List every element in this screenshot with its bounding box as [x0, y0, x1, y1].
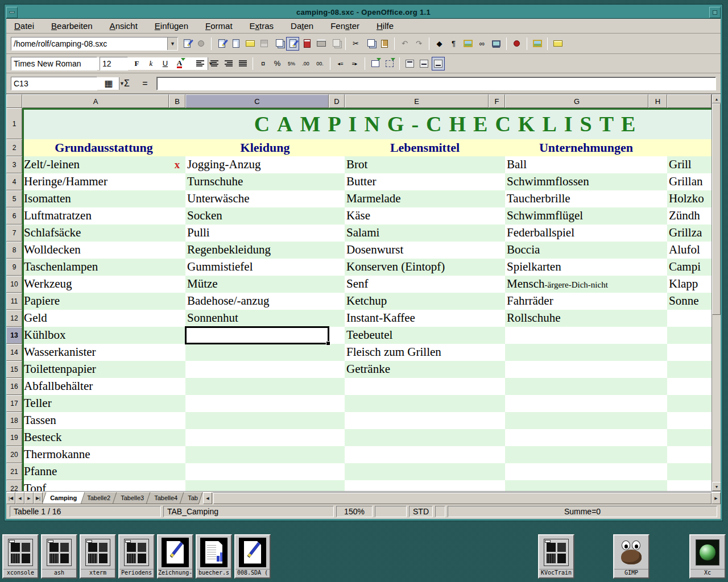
- cell-A10[interactable]: Werkzeug: [22, 276, 169, 293]
- cell-B9[interactable]: [169, 259, 185, 276]
- row-header-22[interactable]: 22: [6, 480, 22, 491]
- export-pdf-icon[interactable]: [300, 37, 313, 51]
- cell-I10[interactable]: Klapp: [667, 276, 712, 293]
- cell-H3[interactable]: [648, 156, 667, 173]
- align-justify-button[interactable]: [236, 57, 249, 70]
- cell-A8[interactable]: Wolldecken: [22, 242, 169, 259]
- cell-A21[interactable]: Pfanne: [22, 463, 169, 480]
- column-header-D[interactable]: D: [329, 94, 345, 108]
- percent-format-button[interactable]: %: [271, 57, 284, 70]
- cell-A9[interactable]: Taschenlampen: [22, 259, 169, 276]
- status-selection-mode[interactable]: STD: [409, 506, 433, 517]
- cell-G7[interactable]: Federballspiel: [505, 225, 648, 242]
- maximize-button[interactable]: [709, 7, 721, 18]
- currency-format-button[interactable]: ¤: [257, 57, 270, 70]
- cell-F18[interactable]: [489, 412, 505, 429]
- row-header-21[interactable]: 21: [6, 463, 22, 480]
- cell-I14[interactable]: [667, 344, 712, 361]
- cell-F6[interactable]: [489, 207, 505, 225]
- open-folder-icon[interactable]: [551, 37, 564, 51]
- cell-C5[interactable]: Unterwäsche: [185, 190, 329, 207]
- cell-E11[interactable]: Ketchup: [345, 293, 489, 310]
- cell-H18[interactable]: [648, 412, 667, 429]
- cell-D11[interactable]: [329, 293, 345, 310]
- cell-H7[interactable]: [648, 225, 667, 242]
- cell-I7[interactable]: Grillza: [667, 225, 712, 242]
- equals-icon[interactable]: =: [138, 78, 152, 89]
- cell-H9[interactable]: [648, 259, 667, 276]
- cell-I5[interactable]: Holzko: [667, 190, 712, 207]
- cell-E3[interactable]: Brot: [345, 156, 489, 173]
- cell-E20[interactable]: [345, 446, 489, 463]
- taskbar-item-xc[interactable]: Xc: [689, 534, 726, 579]
- cell-H17[interactable]: [648, 395, 667, 412]
- taskbar-item-008-sda-[interactable]: 008.SDA (: [234, 534, 271, 579]
- url-dropdown-icon[interactable]: ▼: [167, 38, 177, 50]
- cell-B17[interactable]: [169, 395, 185, 412]
- cell-B15[interactable]: [169, 361, 185, 378]
- cell-H8[interactable]: [648, 242, 667, 259]
- cell-A5[interactable]: Isomatten: [22, 190, 169, 207]
- cell-A19[interactable]: Besteck: [22, 429, 169, 446]
- cell-I11[interactable]: Sonne: [667, 293, 712, 310]
- cell-G22[interactable]: [505, 480, 648, 491]
- cell-E9[interactable]: Konserven (Eintopf): [345, 259, 489, 276]
- url-combo[interactable]: ▼: [11, 37, 178, 51]
- cell-F11[interactable]: [489, 293, 505, 310]
- add-decimal-button[interactable]: .00: [299, 57, 312, 70]
- cell-C12[interactable]: Sonnenhut: [185, 310, 329, 327]
- cell-A20[interactable]: Thermokanne: [22, 446, 169, 463]
- copy-icon[interactable]: [363, 37, 377, 51]
- cell-G6[interactable]: Schwimmflügel: [505, 207, 648, 225]
- column-header-partial[interactable]: [667, 94, 712, 108]
- cell-D20[interactable]: [329, 446, 345, 463]
- cell-C10[interactable]: Mütze: [185, 276, 329, 293]
- hscroll-left-icon[interactable]: ◀: [203, 492, 212, 504]
- cell-C21[interactable]: [185, 463, 329, 480]
- cell-E12[interactable]: Instant-Kaffee: [345, 310, 489, 327]
- cell-A11[interactable]: Papiere: [22, 293, 169, 310]
- cell-D16[interactable]: [329, 378, 345, 395]
- cell-E22[interactable]: [345, 480, 489, 491]
- menu-item-bearbeiten[interactable]: Bearbeiten: [51, 21, 93, 31]
- cell-C18[interactable]: [185, 412, 329, 429]
- remove-decimal-button[interactable]: 00.: [313, 57, 326, 70]
- cell-G12[interactable]: Rollschuhe: [505, 310, 648, 327]
- menu-item-hilfe[interactable]: Hilfe: [377, 21, 394, 31]
- stop-loading-icon[interactable]: [195, 37, 208, 51]
- page-preview-icon[interactable]: [329, 37, 342, 51]
- cell-E6[interactable]: Käse: [345, 207, 489, 225]
- bold-button[interactable]: F: [130, 57, 143, 70]
- sum-icon[interactable]: Σ: [120, 78, 134, 89]
- cell-I4[interactable]: Grillan: [667, 173, 712, 190]
- column-header-C[interactable]: C: [185, 94, 329, 108]
- cell-F8[interactable]: [489, 242, 505, 259]
- first-sheet-icon[interactable]: |◀: [6, 492, 15, 504]
- cell-G18[interactable]: [505, 412, 648, 429]
- font-name-combo[interactable]: ▼: [11, 57, 97, 70]
- category-kleidung[interactable]: Kleidung: [185, 139, 345, 156]
- cell-G14[interactable]: [505, 344, 648, 361]
- cell-D6[interactable]: [329, 207, 345, 225]
- cell-C16[interactable]: [185, 378, 329, 395]
- vertical-scrollbar[interactable]: ▲ ▼: [712, 94, 721, 491]
- cell-D21[interactable]: [329, 463, 345, 480]
- window-menu-button[interactable]: [6, 7, 18, 18]
- cell-H5[interactable]: [648, 190, 667, 207]
- cell-F9[interactable]: [489, 259, 505, 276]
- cell-C22[interactable]: [185, 480, 329, 491]
- cell-C20[interactable]: [185, 446, 329, 463]
- cell-G15[interactable]: [505, 361, 648, 378]
- cell-F16[interactable]: [489, 378, 505, 395]
- scroll-up-icon[interactable]: ▲: [712, 94, 721, 103]
- cell-I17[interactable]: [667, 395, 712, 412]
- cell-I19[interactable]: [667, 429, 712, 446]
- cell-I9[interactable]: Campi: [667, 259, 712, 276]
- category-grundausstattung[interactable]: Grundausstattung: [22, 139, 185, 156]
- cell-G9[interactable]: Spielkarten: [505, 259, 648, 276]
- font-color-button[interactable]: A: [173, 57, 186, 70]
- horizontal-scrollbar[interactable]: [213, 492, 712, 504]
- cell-A12[interactable]: Geld: [22, 310, 169, 327]
- cell-F14[interactable]: [489, 344, 505, 361]
- cell-I15[interactable]: [667, 361, 712, 378]
